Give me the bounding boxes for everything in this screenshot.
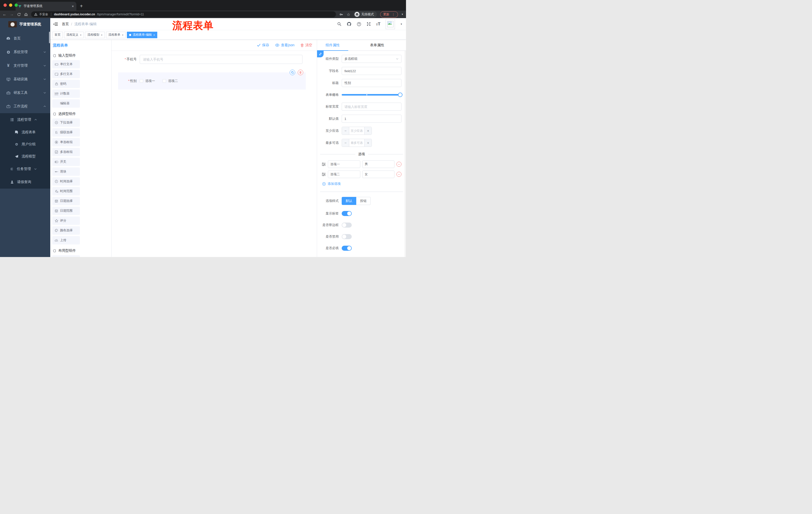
default-value-input[interactable] bbox=[342, 115, 402, 123]
label-width-input[interactable] bbox=[342, 103, 402, 111]
font-size-icon[interactable]: TT bbox=[376, 22, 380, 26]
disabled-toggle[interactable] bbox=[342, 234, 352, 239]
home-icon[interactable] bbox=[24, 12, 28, 16]
decrease-button[interactable]: − bbox=[342, 139, 349, 146]
drag-handle-icon[interactable] bbox=[322, 172, 326, 176]
browser-menu-icon[interactable]: ⋮ bbox=[392, 12, 395, 16]
max-select-value[interactable]: 最多可选 bbox=[349, 139, 365, 146]
tag-close-icon[interactable]: × bbox=[101, 33, 102, 36]
border-toggle[interactable] bbox=[342, 222, 352, 227]
min-select-value[interactable]: 至少应选 bbox=[349, 127, 365, 135]
sidebar-item-leave-query[interactable]: 请假查询 bbox=[0, 175, 50, 189]
reload-icon[interactable] bbox=[17, 12, 21, 16]
palette-item-textarea[interactable]: 多行文本 bbox=[52, 70, 80, 78]
palette-item-editor[interactable]: 编辑器 bbox=[52, 99, 80, 108]
add-option-button[interactable]: 添加选项 bbox=[322, 182, 402, 186]
sidebar-item-payment[interactable]: ¥ 支付管理 bbox=[0, 59, 50, 73]
sidebar-item-workflow[interactable]: 工作流程 bbox=[0, 100, 50, 113]
palette-item-date-picker[interactable]: 日期选择 bbox=[52, 197, 80, 205]
delete-field-button[interactable] bbox=[298, 70, 303, 75]
avatar-caret-icon[interactable]: ▼ bbox=[400, 23, 403, 25]
tag-close-icon[interactable]: × bbox=[153, 33, 155, 36]
show-label-toggle[interactable] bbox=[342, 211, 352, 216]
palette-item-counter[interactable]: 123 计数器 bbox=[52, 89, 80, 98]
palette-item-slider[interactable]: 滑块 bbox=[52, 167, 80, 176]
fullscreen-icon[interactable] bbox=[367, 22, 371, 26]
sidebar-logo[interactable]: 芋道管理系统 bbox=[0, 18, 50, 30]
title-input[interactable] bbox=[342, 79, 402, 87]
palette-item-radio-group[interactable]: 单选框组 bbox=[52, 138, 80, 146]
gender-option-2-checkbox[interactable]: 选项二 bbox=[163, 79, 178, 83]
zoom-window-button[interactable] bbox=[14, 3, 18, 7]
copy-field-button[interactable] bbox=[290, 70, 295, 75]
sidebar-item-task-mgmt[interactable]: 任务管理 bbox=[0, 162, 50, 175]
sidebar-item-system[interactable]: 系统管理 bbox=[0, 45, 50, 59]
palette-item-time-range[interactable]: 时间范围 bbox=[52, 187, 80, 195]
clear-button[interactable]: 清空 bbox=[300, 43, 312, 48]
palette-item-switch[interactable]: 开关 bbox=[52, 158, 80, 166]
palette-item-time-picker[interactable]: 时间选择 bbox=[52, 177, 80, 186]
back-icon[interactable]: ← bbox=[2, 12, 6, 16]
sidebar-item-devtools[interactable]: 研发工具 bbox=[0, 86, 50, 100]
tag-process-definition[interactable]: 流程定义 × bbox=[64, 32, 84, 38]
drag-handle-icon[interactable] bbox=[322, 162, 326, 166]
chrome-caret-icon[interactable]: ▼ bbox=[401, 13, 404, 16]
view-json-button[interactable]: 查看json bbox=[275, 43, 294, 48]
remove-option-button[interactable]: − bbox=[397, 172, 402, 177]
tag-close-icon[interactable]: × bbox=[80, 33, 81, 36]
tab-form-props[interactable]: 表单属性 bbox=[348, 40, 406, 51]
browser-update-button[interactable]: 更新 ⋮ bbox=[380, 11, 398, 18]
palette-item-select[interactable]: 下拉选择 bbox=[52, 118, 80, 127]
sidebar-scrollbar[interactable] bbox=[49, 32, 50, 43]
palette-item-date-range[interactable]: 日期范围 bbox=[52, 207, 80, 215]
field-name-input[interactable] bbox=[342, 67, 402, 75]
decrease-button[interactable]: − bbox=[342, 127, 349, 135]
option-value-input[interactable] bbox=[362, 170, 395, 178]
save-button[interactable]: 保存 bbox=[257, 43, 269, 48]
slider-handle[interactable] bbox=[398, 92, 403, 97]
bookmark-star-icon[interactable]: ☆ bbox=[347, 12, 350, 17]
sidebar-item-home[interactable]: 首页 bbox=[0, 32, 50, 45]
palette-item-cascader[interactable]: 级联选择 bbox=[52, 128, 80, 137]
sidebar-item-infra[interactable]: 基础设施 bbox=[0, 73, 50, 86]
breadcrumb-home[interactable]: 首页 bbox=[62, 22, 69, 26]
tab-close-icon[interactable]: × bbox=[72, 4, 74, 8]
tag-process-form-edit[interactable]: 流程表单-编辑 × bbox=[127, 32, 157, 38]
component-type-select[interactable]: 多选框组 bbox=[342, 55, 402, 63]
sidebar-item-user-group[interactable]: 用户分组 bbox=[0, 138, 50, 151]
option-label-input[interactable] bbox=[328, 160, 360, 168]
security-label[interactable]: 不安全 bbox=[39, 12, 48, 17]
required-toggle[interactable] bbox=[342, 246, 352, 251]
option-label-input[interactable] bbox=[328, 170, 360, 178]
password-key-icon[interactable] bbox=[339, 12, 343, 17]
palette-item-row-container[interactable]: 行容器 bbox=[52, 255, 80, 257]
sidebar-item-process-model[interactable]: 流程模型 bbox=[0, 151, 50, 162]
option-value-input[interactable] bbox=[362, 160, 395, 168]
remove-option-button[interactable]: − bbox=[397, 162, 402, 167]
palette-item-upload[interactable]: 上传 bbox=[52, 236, 80, 244]
forward-icon[interactable]: → bbox=[10, 12, 14, 16]
tag-process-form[interactable]: 流程表单 × bbox=[106, 32, 126, 38]
canvas-field-gender-selected[interactable]: *性别 选项一 选项二 bbox=[118, 73, 306, 89]
address-bar[interactable]: 不安全 dashboard.yudao.iocoder.cn/bpm/manag… bbox=[31, 11, 336, 17]
link-icon[interactable] bbox=[317, 51, 324, 57]
new-tab-button[interactable]: + bbox=[80, 3, 83, 10]
form-grid-slider[interactable] bbox=[342, 94, 401, 96]
canvas-field-phone[interactable]: *手机号 bbox=[112, 55, 302, 64]
tag-close-icon[interactable]: × bbox=[122, 33, 123, 36]
style-button-button[interactable]: 按钮 bbox=[356, 197, 371, 205]
sidebar-item-process-form[interactable]: 流程表单 bbox=[0, 126, 50, 138]
close-window-button[interactable] bbox=[3, 3, 7, 7]
palette-item-color-picker[interactable]: 颜色选择 bbox=[52, 226, 80, 235]
tag-process-model[interactable]: 流程模型 × bbox=[85, 32, 105, 38]
palette-item-rate[interactable]: 评分 bbox=[52, 217, 80, 225]
search-icon[interactable] bbox=[337, 22, 342, 26]
help-icon[interactable] bbox=[357, 22, 361, 26]
security-warning-icon[interactable] bbox=[34, 13, 37, 16]
increase-button[interactable]: + bbox=[365, 127, 372, 135]
increase-button[interactable]: + bbox=[365, 139, 372, 146]
github-icon[interactable] bbox=[347, 22, 351, 26]
avatar[interactable] bbox=[386, 19, 395, 29]
browser-tab[interactable]: 芋道管理系统 × bbox=[16, 2, 76, 10]
palette-item-checkbox-group[interactable]: 多选框组 bbox=[52, 148, 80, 156]
